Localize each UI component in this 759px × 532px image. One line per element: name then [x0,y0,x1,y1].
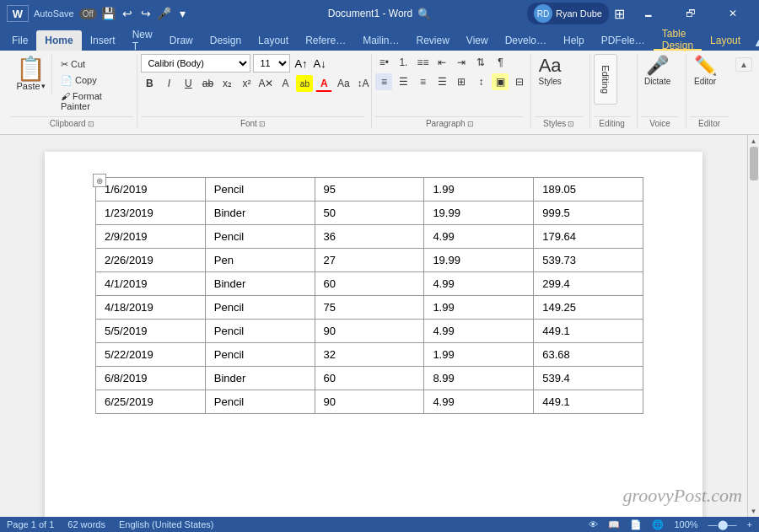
table-move-handle[interactable]: ⊕ [93,174,106,187]
text-effects-button[interactable]: A [277,75,293,92]
justify-button[interactable]: ☰ [433,73,450,90]
tab-help[interactable]: Help [555,30,593,51]
print-layout-icon[interactable]: 📄 [630,519,642,530]
tab-file[interactable]: File [3,30,36,51]
page-info: Page 1 of 1 [7,519,54,529]
bold-button[interactable]: B [141,75,158,92]
shading-button[interactable]: ▣ [492,73,509,90]
column-break-button[interactable]: ⊞ [453,73,470,90]
font-family-select[interactable]: Calibri (Body) [141,54,250,73]
highlight-button[interactable]: ab [296,75,313,92]
close-button[interactable]: ✕ [713,0,752,27]
numbering-button[interactable]: 1. [395,54,412,71]
bullets-button[interactable]: ≡• [375,54,392,71]
scroll-thumb[interactable] [750,147,758,180]
sort-button[interactable]: ⇅ [472,54,489,71]
borders-button[interactable]: ⊟ [511,73,528,90]
zoom-in-icon[interactable]: + [747,519,752,529]
styles-expand-icon[interactable]: ⊡ [568,120,574,128]
paste-button[interactable]: 📋 Paste ▾ [10,54,52,94]
align-right-button[interactable]: ≡ [414,73,431,90]
cut-button[interactable]: ✂ Cut [57,57,133,72]
tab-new-t[interactable]: New T [124,30,161,51]
increase-font-icon[interactable]: A↑ [293,56,309,72]
tab-draw[interactable]: Draw [161,30,202,51]
table-row: 6/25/2019Pencil904.99449.1 [96,390,643,414]
save-icon[interactable]: 💾 [102,7,116,20]
copy-button[interactable]: 📄 Copy [57,73,133,88]
multilevel-button[interactable]: ≡≡ [414,54,431,71]
tab-developer[interactable]: Develo… [497,30,555,51]
redo-icon[interactable]: ↪ [139,7,153,20]
tab-pdfelement[interactable]: PDFele… [593,30,654,51]
underline-button[interactable]: U [180,75,196,92]
increase-indent-button[interactable]: ⇥ [453,54,470,71]
tab-design[interactable]: Design [202,30,250,51]
strikethrough-button[interactable]: ab [199,75,216,92]
line-spacing-button[interactable]: ↕ [472,73,489,90]
search-icon[interactable]: 🔍 [417,8,431,20]
focus-mode-icon[interactable]: 👁 [589,519,598,529]
tab-layout-contextual[interactable]: Layout [702,30,749,51]
tab-insert[interactable]: Insert [82,30,124,51]
editor-button[interactable]: ✏️ Editor [690,54,720,89]
dictate-button[interactable]: 🎤 Dictate [641,54,674,89]
ribbon-collapse-btn[interactable]: ▲ [735,54,752,72]
tab-mailings[interactable]: Mailin… [354,30,407,51]
align-left-button[interactable]: ≡ [375,73,392,90]
align-center-button[interactable]: ☰ [395,73,412,90]
collapse-ribbon-icon[interactable]: ▲ [735,57,752,72]
editing-button[interactable]: Editing [594,54,617,105]
format-painter-button[interactable]: 🖌 Format Painter [57,89,133,113]
zoom-slider[interactable]: —⬤— [708,519,737,530]
subscript-button[interactable]: x₂ [218,75,235,92]
clear-format-button[interactable]: A✕ [257,75,274,92]
ribbon-collapse-icon[interactable]: ▲ [749,35,759,51]
minimize-button[interactable]: 🗕 [629,0,668,27]
scroll-down-arrow[interactable]: ▼ [748,505,760,517]
clipboard-label: Clipboard ⊡ [10,116,133,128]
para-row-2: ≡ ☰ ≡ ☰ ⊞ ↕ ▣ ⊟ [375,73,528,90]
cell-item: Pencil [205,225,315,249]
main-area: ⊕ 1/6/2019Pencil951.99189.051/23/2019Bin… [0,135,759,517]
show-formatting-button[interactable]: ¶ [492,54,509,71]
cell-item: Binder [205,272,315,296]
tab-layout[interactable]: Layout [250,30,297,51]
read-mode-icon[interactable]: 📖 [608,519,620,530]
font-row-2: B I U ab x₂ x² A✕ A ab A Aa ↕A [141,75,371,92]
user-avatar: RD [534,4,552,23]
styles-button[interactable]: Aа Styles [535,54,565,89]
data-table: 1/6/2019Pencil951.99189.051/23/2019Binde… [95,177,643,414]
scroll-up-arrow[interactable]: ▲ [748,135,760,147]
web-layout-icon[interactable]: 🌐 [652,519,664,530]
paragraph-content: ≡• 1. ≡≡ ⇤ ⇥ ⇅ ¶ ≡ ☰ ≡ ☰ ⊞ ↕ ▣ ⊟ [375,54,528,116]
more-icon[interactable]: ▾ [176,7,190,20]
custom-toolbar-icon[interactable]: 🎤 [158,7,171,20]
font-color-button[interactable]: A [315,75,332,92]
font-size-select[interactable]: 11 [253,54,290,73]
vertical-scrollbar[interactable]: ▲ ▼ [747,135,759,517]
paste-dropdown-icon[interactable]: ▾ [41,82,46,90]
tab-table-design[interactable]: Table Design [654,30,702,51]
tab-home[interactable]: Home [36,30,81,51]
clipboard-expand-icon[interactable]: ⊡ [88,120,94,128]
layout-icon[interactable]: ⊞ [612,7,626,20]
decrease-font-icon[interactable]: A↓ [312,56,328,72]
autosave-toggle[interactable]: Off [79,8,97,19]
superscript-button[interactable]: x² [238,75,255,92]
tab-review[interactable]: Review [408,30,458,51]
cell-total: 179.64 [534,225,643,249]
decrease-indent-button[interactable]: ⇤ [433,54,450,71]
paragraph-expand-icon[interactable]: ⊡ [467,120,474,128]
tab-references[interactable]: Refere… [297,30,354,51]
scroll-track[interactable] [748,147,760,505]
user-badge[interactable]: RD Ryan Dube [527,3,609,24]
font-case-button[interactable]: Aa [335,75,352,92]
font-expand-icon[interactable]: ⊡ [259,120,266,128]
restore-button[interactable]: 🗗 [671,0,710,27]
tab-view[interactable]: View [458,30,497,51]
font-change-button[interactable]: ↕A [354,75,371,92]
table-row: 2/9/2019Pencil364.99179.64 [96,225,643,249]
undo-icon[interactable]: ↩ [121,7,134,20]
italic-button[interactable]: I [160,75,177,92]
